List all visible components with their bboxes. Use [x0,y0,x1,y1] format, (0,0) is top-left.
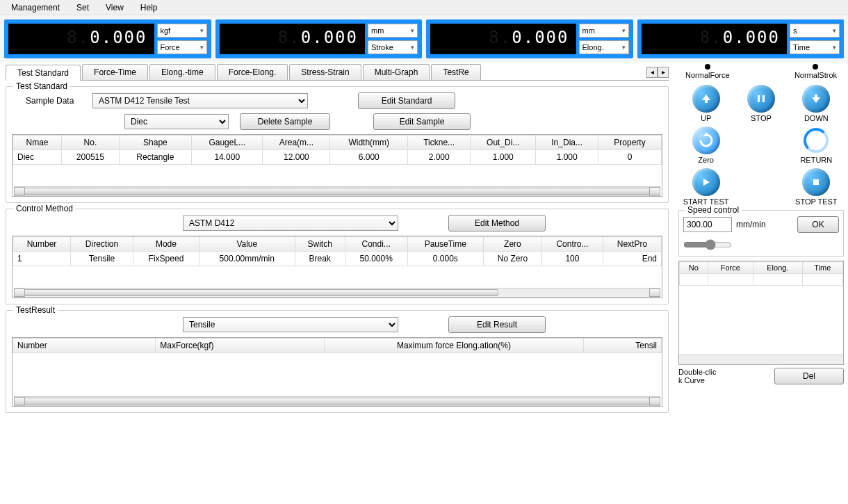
menu-view[interactable]: View [97,1,132,14]
start-test-button[interactable] [692,168,720,196]
rcol-maxforce[interactable]: MaxForce(kgf) [156,339,325,353]
var-time-combo[interactable]: Time [790,40,840,54]
rescol-force[interactable]: Force [708,262,753,274]
mcol-value[interactable]: Value [199,237,295,252]
col-property[interactable]: Property [598,136,662,150]
results-hscroll[interactable] [679,355,843,364]
return-label: RETURN [800,156,832,164]
normal-force-dot [705,64,710,70]
col-area[interactable]: Area(m... [263,136,330,150]
edit-standard-button[interactable]: Edit Standard [358,92,455,109]
rcol-maxelong[interactable]: Maximum force Elong.ation(%) [324,339,583,353]
tab-scroll: ◂ ▸ [646,64,669,80]
speed-control-group: Speed control mm/min OK [678,210,844,257]
mcol-next[interactable]: NextPro [603,237,661,252]
speed-slider[interactable] [683,237,732,252]
tab-test-standard[interactable]: Test Standard [6,65,81,81]
stop-test-label: STOP TEST [795,197,838,206]
menu-help[interactable]: Help [132,1,166,14]
control-method-group: Control Method ASTM D412 Edit Method Num… [6,209,669,304]
speed-input[interactable] [683,217,732,232]
double-click-label: Double-clic k Curve [678,368,716,384]
unit-stroke-combo[interactable]: mm [368,24,418,38]
return-button[interactable] [802,127,830,154]
mcol-mode[interactable]: Mode [133,237,199,252]
tab-scroll-right[interactable]: ▸ [658,67,669,78]
table-row[interactable] [13,353,662,388]
sample-hscroll[interactable] [14,186,660,196]
mcol-number[interactable]: Number [13,237,71,252]
unit-elong-combo[interactable]: mm [579,24,629,38]
tab-multi-graph[interactable]: Multi-Graph [363,64,430,80]
mcol-switch[interactable]: Switch [295,237,345,252]
col-width[interactable]: Width(mm) [330,136,408,150]
menu-set[interactable]: Set [68,1,97,14]
normal-force-label: NormalForce [685,71,730,79]
edit-method-button[interactable]: Edit Method [448,215,546,231]
result-select[interactable]: Tensile [183,317,398,332]
rescol-no[interactable]: No [680,262,708,274]
col-gauge[interactable]: GaugeL... [192,136,263,150]
zero-button[interactable] [692,127,720,154]
table-row[interactable]: Diec 200515 Rectangle 14.000 12.000 6.00… [13,150,662,165]
result-hscroll[interactable] [14,396,660,406]
mcol-cond[interactable]: Condi... [345,237,407,252]
tab-test-result[interactable]: TestRe [431,64,480,80]
unit-force-combo[interactable]: kgf [157,24,207,38]
var-force-combo[interactable]: Force [157,40,207,54]
unit-time-combo[interactable]: s [790,24,840,38]
mcol-zero[interactable]: Zero [483,237,541,252]
col-india[interactable]: In_Dia... [536,136,598,150]
col-name[interactable]: Nmae [13,136,62,150]
table-row[interactable]: 1 Tensile FixSpeed 500.00mm/min Break 50… [13,252,662,266]
col-no[interactable]: No. [62,136,120,150]
standard-select[interactable]: ASTM D412 Tensile Test [92,93,308,108]
meter-elong: 0.000 mm Elong. [426,19,633,58]
sample-select[interactable]: Diec [124,114,229,129]
tab-elong-time[interactable]: Elong.-time [149,64,215,80]
main-tabs: Test Standard Force-Time Elong.-time For… [6,64,669,81]
method-table[interactable]: Number Direction Mode Value Switch Condi… [13,236,662,266]
up-label: UP [701,114,711,122]
stop-test-button[interactable] [802,168,830,196]
result-table[interactable]: Number MaxForce(kgf) Maximum force Elong… [13,338,662,388]
down-button[interactable] [802,85,830,113]
test-standard-legend: Test Standard [13,81,70,91]
mcol-control[interactable]: Contro... [541,237,603,252]
rescol-time[interactable]: Time [802,262,842,274]
col-outdia[interactable]: Out_Di... [471,136,536,150]
tab-scroll-left[interactable]: ◂ [646,67,658,78]
lcd-elong: 0.000 [430,24,576,54]
stop-button[interactable] [747,85,775,113]
sample-table[interactable]: Nmae No. Shape GaugeL... Area(m... Width… [13,135,662,165]
var-elong-combo[interactable]: Elong. [579,40,629,54]
test-result-legend: TestResult [13,305,58,315]
rcol-tensile[interactable]: Tensil [584,339,662,353]
method-select[interactable]: ASTM D412 [183,216,398,231]
method-hscroll[interactable] [14,288,660,298]
col-shape[interactable]: Shape [119,136,191,150]
normal-stroke-label: NormalStrok [794,71,837,79]
mcol-direction[interactable]: Direction [71,237,133,252]
rescol-elong[interactable]: Elong. [753,262,802,274]
rcol-number[interactable]: Number [13,339,156,353]
zero-label: Zero [698,156,714,164]
edit-result-button[interactable]: Edit Result [448,316,546,333]
up-button[interactable] [692,85,720,113]
test-standard-group: Test Standard Sample Data ASTM D412 Tens… [6,86,669,203]
edit-sample-button[interactable]: Edit Sample [373,113,471,130]
tab-stress-strain[interactable]: Stress-Strain [289,64,361,80]
svg-rect-2 [813,179,819,185]
menu-management[interactable]: Management [3,1,68,14]
var-stroke-combo[interactable]: Stroke [368,40,418,54]
mcol-pause[interactable]: PauseTime [407,237,483,252]
del-button[interactable]: Del [774,368,844,384]
control-method-legend: Control Method [13,204,76,213]
results-grid[interactable]: No Force Elong. Time [678,261,844,365]
tab-force-elong[interactable]: Force-Elong. [217,64,288,80]
speed-ok-button[interactable]: OK [797,216,839,233]
delete-sample-button[interactable]: Delete Sample [240,113,330,130]
control-buttons: UP STOP DOWN Zero RETURN START TEST STOP… [678,85,844,206]
tab-force-time[interactable]: Force-Time [82,64,148,80]
col-thick[interactable]: Tickne... [408,136,471,150]
